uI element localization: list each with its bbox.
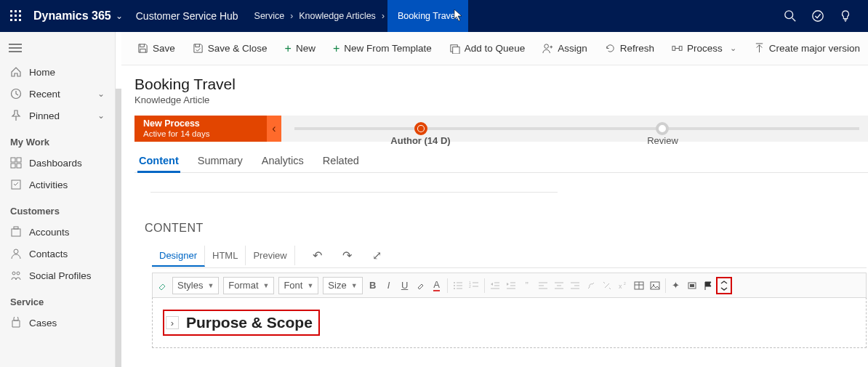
align-left-button[interactable]	[535, 277, 551, 294]
sidebar-item-label: Contacts	[29, 249, 68, 259]
breadcrumb-service[interactable]: Service	[254, 11, 285, 21]
sidebar-item-activities[interactable]: Activities	[0, 174, 115, 195]
tab-summary[interactable]: Summary	[196, 152, 244, 172]
styles-select[interactable]: Styles▼	[172, 277, 219, 294]
superscript-icon: x2	[618, 281, 628, 291]
format-select[interactable]: Format▼	[223, 277, 274, 294]
svg-point-28	[544, 44, 549, 49]
breadcrumb-active[interactable]: Booking Travel	[387, 0, 468, 32]
bold-button[interactable]: B	[365, 277, 381, 294]
sidebar-item-accounts[interactable]: Accounts	[0, 221, 115, 243]
lightbulb-icon[interactable]	[839, 9, 852, 23]
italic-button[interactable]: I	[381, 277, 397, 294]
redo-button[interactable]: ↷	[342, 249, 352, 262]
assign-button[interactable]: Assign	[537, 39, 593, 58]
mode-designer[interactable]: Designer	[152, 246, 205, 267]
search-icon[interactable]	[784, 9, 797, 23]
app-launcher-button[interactable]	[6, 6, 26, 26]
align-center-icon	[554, 281, 564, 291]
tab-related[interactable]: Related	[321, 152, 361, 172]
sidebar-item-contacts[interactable]: Contacts	[0, 243, 115, 265]
svg-point-33	[454, 282, 455, 283]
dashboard-icon	[10, 157, 22, 169]
align-right-button[interactable]	[567, 277, 583, 294]
image-button[interactable]	[647, 277, 663, 294]
sidebar-item-pinned[interactable]: Pinned ⌄	[0, 105, 115, 126]
content-heading-block[interactable]: › Purpose & Scope	[163, 310, 320, 336]
svg-rect-17	[17, 158, 21, 162]
flag-button[interactable]	[700, 277, 716, 294]
editor-content-area[interactable]: › Purpose & Scope	[152, 297, 867, 348]
link-button[interactable]	[583, 277, 599, 294]
align-left-icon	[538, 281, 548, 291]
cmd-label: Save	[153, 43, 175, 54]
stage-review[interactable]: Review	[656, 122, 669, 135]
chevron-left-icon: ‹	[272, 122, 276, 135]
expand-section-button[interactable]: ›	[166, 316, 179, 329]
blockquote-button[interactable]: ”	[519, 277, 535, 294]
svg-rect-27	[453, 47, 459, 54]
activities-icon	[10, 179, 22, 190]
underline-button[interactable]: U	[397, 277, 413, 294]
new-from-template-button[interactable]: + New From Template	[327, 38, 438, 60]
collapse-toolbar-button[interactable]	[716, 277, 732, 294]
font-select[interactable]: Font▼	[278, 277, 318, 294]
expand-button[interactable]: ⤢	[372, 249, 382, 262]
stage-author[interactable]: Author (14 D)	[414, 122, 427, 135]
svg-rect-66	[690, 284, 694, 287]
svg-point-9	[785, 11, 793, 19]
tab-analytics[interactable]: Analytics	[260, 152, 305, 172]
svg-point-11	[813, 11, 823, 21]
align-center-button[interactable]	[551, 277, 567, 294]
size-select[interactable]: Size▼	[323, 277, 362, 294]
sidebar-group-customers: Customers	[0, 195, 115, 221]
brand-caret-icon[interactable]: ⌄	[116, 11, 123, 21]
bullet-list-button[interactable]	[450, 277, 466, 294]
plus-icon: +	[333, 42, 339, 55]
breadcrumb-knowledge-articles[interactable]: Knowledge Articles	[299, 11, 376, 21]
mode-html[interactable]: HTML	[205, 246, 246, 265]
process-pill[interactable]: New Process Active for 14 days	[134, 116, 267, 142]
embed-button[interactable]	[684, 277, 700, 294]
font-color-button[interactable]: A	[429, 277, 445, 294]
clear-format-button[interactable]	[154, 277, 170, 294]
task-flow-icon[interactable]	[811, 9, 824, 23]
process-back-button[interactable]: ‹	[267, 116, 281, 142]
caret-down-icon: ▼	[351, 282, 358, 289]
numbers-icon: 12	[469, 281, 479, 291]
refresh-button[interactable]: Refresh	[599, 39, 660, 58]
highlight-button[interactable]	[413, 277, 429, 294]
anchor-button[interactable]: x2	[615, 277, 631, 294]
sidebar-item-label: Social Profiles	[29, 270, 92, 281]
outdent-button[interactable]	[487, 277, 503, 294]
hamburger-icon	[9, 44, 22, 52]
sidebar-collapse-button[interactable]	[0, 36, 115, 61]
process-icon	[672, 43, 683, 54]
quote-icon: ”	[525, 280, 528, 291]
sidebar-item-dashboards[interactable]: Dashboards	[0, 152, 115, 174]
save-button[interactable]: Save	[132, 39, 181, 58]
new-button[interactable]: + New	[279, 38, 321, 60]
ai-suggest-button[interactable]: ✦	[668, 277, 684, 294]
save-close-button[interactable]: Save & Close	[187, 39, 273, 58]
create-major-version-button[interactable]: Create major version	[748, 39, 866, 58]
svg-rect-4	[15, 15, 17, 17]
sidebar-item-home[interactable]: Home	[0, 61, 115, 83]
svg-rect-6	[10, 19, 12, 21]
unlink-button[interactable]	[599, 277, 615, 294]
tab-content[interactable]: Content	[137, 152, 180, 172]
table-button[interactable]	[631, 277, 647, 294]
numbered-list-button[interactable]: 12	[466, 277, 482, 294]
sidebar-item-cases[interactable]: Cases	[0, 312, 115, 334]
sidebar-item-recent[interactable]: Recent ⌄	[0, 83, 115, 105]
sidebar-scrollbar[interactable]	[116, 89, 121, 367]
indent-button[interactable]	[503, 277, 519, 294]
mode-preview[interactable]: Preview	[246, 246, 294, 265]
brand-label[interactable]: Dynamics 365	[33, 9, 111, 23]
add-to-queue-button[interactable]: Add to Queue	[443, 39, 531, 58]
undo-button[interactable]: ↶	[313, 249, 322, 262]
process-button[interactable]: Process ⌄	[666, 39, 742, 58]
svg-rect-16	[11, 158, 15, 162]
hub-label[interactable]: Customer Service Hub	[136, 10, 238, 22]
sidebar-item-social-profiles[interactable]: Social Profiles	[0, 265, 115, 286]
